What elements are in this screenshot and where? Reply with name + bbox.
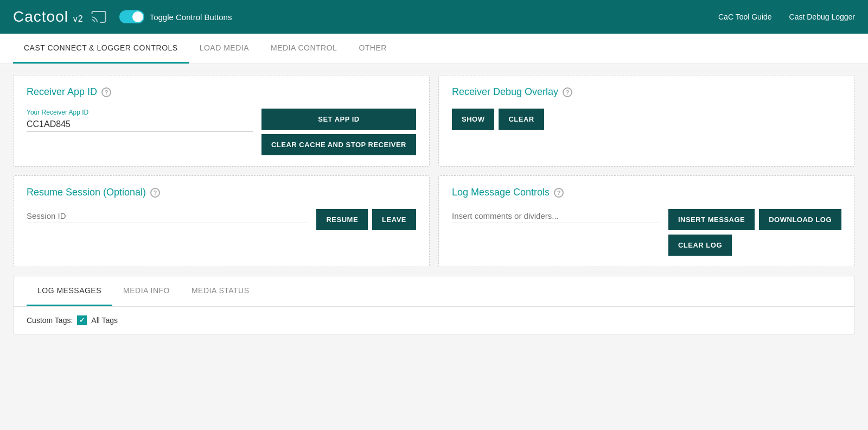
receiver-debug-overlay-title: Receiver Debug Overlay ?: [452, 86, 841, 98]
toggle-thumb: [132, 11, 143, 22]
insert-message-button[interactable]: INSERT MESSAGE: [668, 209, 755, 230]
bottom-tabs: LOG MESSAGES MEDIA INFO MEDIA STATUS: [14, 276, 854, 307]
clear-log-button[interactable]: CLEAR LOG: [668, 235, 732, 256]
main-tabs: CAST CONNECT & LOGGER CONTROLS LOAD MEDI…: [0, 34, 868, 64]
nav-cast-debug-logger[interactable]: Cast Debug Logger: [789, 12, 855, 21]
tab-media-status[interactable]: MEDIA STATUS: [181, 276, 260, 306]
log-btn-row-top: INSERT MESSAGE DOWNLOAD LOG: [668, 209, 841, 230]
receiver-debug-overlay-card: Receiver Debug Overlay ? SHOW CLEAR: [438, 75, 855, 167]
receiver-app-id-input[interactable]: [27, 117, 253, 132]
download-log-button[interactable]: DOWNLOAD LOG: [759, 209, 841, 230]
app-header: Cactool v2 Toggle Control Buttons CaC To…: [0, 0, 868, 34]
log-message-input[interactable]: [452, 209, 660, 223]
set-app-id-button[interactable]: SET APP ID: [261, 109, 416, 130]
resume-btn-row: RESUME LEAVE: [316, 209, 416, 230]
session-id-input[interactable]: [27, 209, 308, 223]
receiver-app-id-card: Receiver App ID ? Your Receiver App ID S…: [13, 75, 430, 167]
tab-other[interactable]: OTHER: [348, 34, 398, 64]
all-tags-checkbox[interactable]: [77, 315, 87, 325]
main-content: Receiver App ID ? Your Receiver App ID S…: [0, 64, 868, 345]
tab-log-messages[interactable]: LOG MESSAGES: [27, 276, 112, 306]
resume-session-help-icon[interactable]: ?: [150, 188, 160, 198]
log-message-controls-title: Log Message Controls ?: [452, 187, 841, 198]
debug-overlay-body: SHOW CLEAR: [452, 109, 841, 130]
tab-load-media[interactable]: LOAD MEDIA: [189, 34, 260, 64]
all-tags-label: All Tags: [91, 316, 118, 325]
resume-session-right: RESUME LEAVE: [316, 209, 416, 230]
resume-session-left: [27, 209, 308, 223]
clear-cache-stop-receiver-button[interactable]: CLEAR CACHE AND STOP RECEIVER: [261, 134, 416, 155]
header-nav: CaC Tool Guide Cast Debug Logger: [718, 12, 855, 21]
receiver-app-id-title: Receiver App ID ?: [27, 86, 416, 98]
log-buttons: INSERT MESSAGE DOWNLOAD LOG CLEAR LOG: [668, 209, 841, 256]
resume-button[interactable]: RESUME: [316, 209, 368, 230]
top-cards-grid: Receiver App ID ? Your Receiver App ID S…: [13, 75, 855, 267]
toggle-area[interactable]: Toggle Control Buttons: [119, 10, 232, 23]
receiver-app-id-right: SET APP ID CLEAR CACHE AND STOP RECEIVER: [261, 109, 416, 155]
nav-cac-tool-guide[interactable]: CaC Tool Guide: [718, 12, 772, 21]
custom-tags-row: Custom Tags: All Tags: [14, 307, 854, 334]
resume-session-card: Resume Session (Optional) ? RESUME LEAVE: [13, 175, 430, 267]
receiver-app-id-left: Your Receiver App ID: [27, 109, 253, 138]
receiver-app-id-input-group: Your Receiver App ID: [27, 109, 253, 132]
receiver-app-id-input-label: Your Receiver App ID: [27, 109, 253, 116]
toggle-track: [119, 10, 144, 23]
leave-button[interactable]: LEAVE: [372, 209, 416, 230]
app-name: Cactool v2: [13, 8, 84, 26]
tab-media-info[interactable]: MEDIA INFO: [112, 276, 181, 306]
tab-cast-connect[interactable]: CAST CONNECT & LOGGER CONTROLS: [13, 34, 189, 64]
tab-media-control[interactable]: MEDIA CONTROL: [260, 34, 348, 64]
custom-tags-label: Custom Tags:: [27, 316, 73, 325]
log-controls-body: INSERT MESSAGE DOWNLOAD LOG CLEAR LOG: [452, 209, 841, 256]
receiver-debug-overlay-help-icon[interactable]: ?: [563, 87, 572, 97]
log-message-controls-card: Log Message Controls ? INSERT MESSAGE DO…: [438, 175, 855, 267]
receiver-app-id-body: Your Receiver App ID SET APP ID CLEAR CA…: [27, 109, 416, 155]
resume-session-title: Resume Session (Optional) ?: [27, 187, 416, 198]
bottom-section: LOG MESSAGES MEDIA INFO MEDIA STATUS Cus…: [13, 276, 855, 334]
cast-icon: [89, 9, 108, 25]
app-version: v2: [73, 14, 84, 23]
log-message-controls-help-icon[interactable]: ?: [554, 188, 564, 198]
resume-session-body: RESUME LEAVE: [27, 209, 416, 230]
toggle-switch[interactable]: [119, 10, 144, 23]
clear-debug-overlay-button[interactable]: CLEAR: [499, 109, 544, 130]
logo-area: Cactool v2: [13, 8, 108, 26]
show-debug-overlay-button[interactable]: SHOW: [452, 109, 494, 130]
receiver-app-id-help-icon[interactable]: ?: [101, 87, 111, 97]
log-btn-row-bottom: CLEAR LOG: [668, 235, 841, 256]
toggle-label: Toggle Control Buttons: [150, 12, 232, 22]
